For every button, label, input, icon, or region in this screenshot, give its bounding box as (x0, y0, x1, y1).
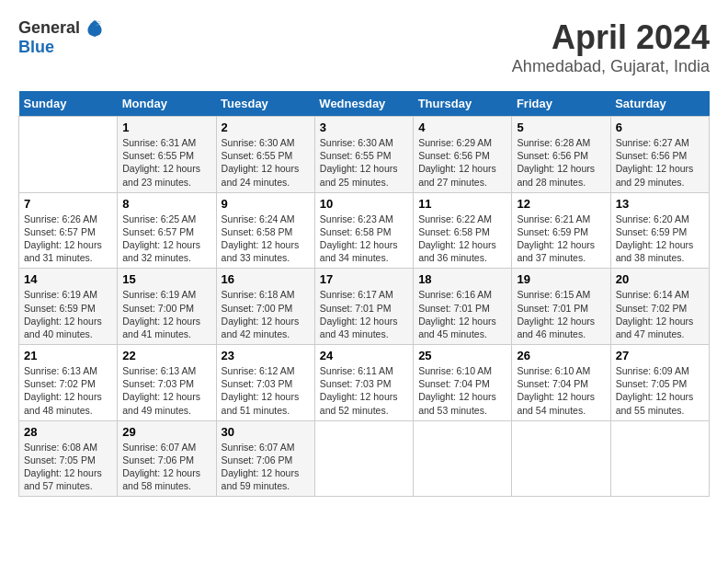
header-cell-thursday: Thursday (414, 91, 512, 117)
day-number: 7 (24, 197, 112, 211)
header: General Blue April 2024 Ahmedabad, Gujar… (18, 18, 710, 76)
day-cell: 5Sunrise: 6:28 AMSunset: 6:56 PMDaylight… (512, 117, 610, 193)
title-area: April 2024 Ahmedabad, Gujarat, India (512, 18, 710, 76)
day-details: Sunrise: 6:13 AMSunset: 7:03 PMDaylight:… (122, 364, 210, 417)
day-cell (414, 420, 512, 497)
day-details: Sunrise: 6:25 AMSunset: 6:57 PMDaylight:… (122, 213, 210, 265)
week-row-4: 21Sunrise: 6:13 AMSunset: 7:02 PMDayligh… (19, 345, 710, 421)
day-details: Sunrise: 6:11 AMSunset: 7:03 PMDaylight:… (320, 364, 408, 417)
day-details: Sunrise: 6:30 AMSunset: 6:55 PMDaylight:… (222, 136, 310, 189)
logo-line2: Blue (18, 39, 103, 57)
day-cell: 12Sunrise: 6:21 AMSunset: 6:59 PMDayligh… (512, 192, 610, 269)
day-details: Sunrise: 6:14 AMSunset: 7:02 PMDaylight:… (616, 288, 704, 340)
day-number: 19 (517, 272, 605, 286)
day-cell: 11Sunrise: 6:22 AMSunset: 6:58 PMDayligh… (414, 192, 512, 269)
day-cell (610, 420, 709, 497)
day-details: Sunrise: 6:07 AMSunset: 7:06 PMDaylight:… (122, 441, 210, 493)
day-details: Sunrise: 6:13 AMSunset: 7:02 PMDaylight:… (24, 364, 112, 417)
day-cell: 20Sunrise: 6:14 AMSunset: 7:02 PMDayligh… (610, 269, 709, 345)
day-cell: 2Sunrise: 6:30 AMSunset: 6:55 PMDaylight… (216, 117, 314, 193)
day-number: 30 (222, 425, 310, 439)
header-cell-monday: Monday (118, 91, 216, 117)
day-number: 3 (320, 121, 408, 134)
week-row-1: 1Sunrise: 6:31 AMSunset: 6:55 PMDaylight… (19, 117, 710, 193)
day-number: 21 (24, 349, 112, 362)
day-cell: 17Sunrise: 6:17 AMSunset: 7:01 PMDayligh… (314, 269, 413, 345)
day-number: 24 (320, 349, 408, 362)
day-cell (512, 420, 610, 497)
day-details: Sunrise: 6:16 AMSunset: 7:01 PMDaylight:… (418, 288, 506, 340)
header-cell-wednesday: Wednesday (314, 91, 413, 117)
day-number: 18 (418, 272, 506, 286)
day-cell: 29Sunrise: 6:07 AMSunset: 7:06 PMDayligh… (118, 420, 216, 497)
day-details: Sunrise: 6:07 AMSunset: 7:06 PMDaylight:… (222, 441, 310, 493)
week-row-3: 14Sunrise: 6:19 AMSunset: 6:59 PMDayligh… (19, 269, 710, 345)
calendar-header: SundayMondayTuesdayWednesdayThursdayFrid… (19, 91, 710, 117)
day-details: Sunrise: 6:12 AMSunset: 7:03 PMDaylight:… (222, 364, 310, 417)
calendar-body: 1Sunrise: 6:31 AMSunset: 6:55 PMDaylight… (19, 117, 710, 497)
day-details: Sunrise: 6:29 AMSunset: 6:56 PMDaylight:… (418, 136, 506, 189)
day-details: Sunrise: 6:08 AMSunset: 7:05 PMDaylight:… (24, 441, 112, 493)
day-number: 16 (222, 272, 310, 286)
header-cell-saturday: Saturday (610, 91, 709, 117)
day-details: Sunrise: 6:10 AMSunset: 7:04 PMDaylight:… (418, 364, 506, 417)
day-cell: 13Sunrise: 6:20 AMSunset: 6:59 PMDayligh… (610, 192, 709, 269)
day-cell: 3Sunrise: 6:30 AMSunset: 6:55 PMDaylight… (314, 117, 413, 193)
day-number: 29 (122, 425, 210, 439)
day-cell: 26Sunrise: 6:10 AMSunset: 7:04 PMDayligh… (512, 345, 610, 421)
day-cell: 19Sunrise: 6:15 AMSunset: 7:01 PMDayligh… (512, 269, 610, 345)
day-cell: 1Sunrise: 6:31 AMSunset: 6:55 PMDaylight… (118, 117, 216, 193)
day-details: Sunrise: 6:19 AMSunset: 6:59 PMDaylight:… (24, 288, 112, 340)
day-cell: 14Sunrise: 6:19 AMSunset: 6:59 PMDayligh… (19, 269, 118, 345)
header-cell-friday: Friday (512, 91, 610, 117)
day-details: Sunrise: 6:18 AMSunset: 7:00 PMDaylight:… (222, 288, 310, 340)
day-details: Sunrise: 6:21 AMSunset: 6:59 PMDaylight:… (517, 213, 605, 265)
day-cell: 6Sunrise: 6:27 AMSunset: 6:56 PMDaylight… (610, 117, 709, 193)
day-details: Sunrise: 6:30 AMSunset: 6:55 PMDaylight:… (320, 136, 408, 189)
day-cell: 18Sunrise: 6:16 AMSunset: 7:01 PMDayligh… (414, 269, 512, 345)
day-cell (19, 117, 118, 193)
day-details: Sunrise: 6:24 AMSunset: 6:58 PMDaylight:… (222, 213, 310, 265)
day-details: Sunrise: 6:19 AMSunset: 7:00 PMDaylight:… (122, 288, 210, 340)
day-cell: 15Sunrise: 6:19 AMSunset: 7:00 PMDayligh… (118, 269, 216, 345)
day-number: 2 (222, 121, 310, 134)
day-number: 14 (24, 272, 112, 286)
day-number: 17 (320, 272, 408, 286)
day-details: Sunrise: 6:15 AMSunset: 7:01 PMDaylight:… (517, 288, 605, 340)
day-number: 4 (418, 121, 506, 134)
day-number: 20 (616, 272, 704, 286)
day-number: 25 (418, 349, 506, 362)
calendar-table: SundayMondayTuesdayWednesdayThursdayFrid… (18, 91, 710, 497)
day-number: 1 (122, 121, 210, 134)
day-cell: 27Sunrise: 6:09 AMSunset: 7:05 PMDayligh… (610, 345, 709, 421)
logo-bird-icon (86, 18, 103, 39)
day-cell: 22Sunrise: 6:13 AMSunset: 7:03 PMDayligh… (118, 345, 216, 421)
day-number: 8 (122, 197, 210, 211)
day-cell: 30Sunrise: 6:07 AMSunset: 7:06 PMDayligh… (216, 420, 314, 497)
day-cell (314, 420, 413, 497)
week-row-2: 7Sunrise: 6:26 AMSunset: 6:57 PMDaylight… (19, 192, 710, 269)
day-number: 9 (222, 197, 310, 211)
day-details: Sunrise: 6:20 AMSunset: 6:59 PMDaylight:… (616, 213, 704, 265)
day-number: 6 (616, 121, 704, 134)
logo-line1: General (18, 18, 103, 39)
header-row: SundayMondayTuesdayWednesdayThursdayFrid… (19, 91, 710, 117)
day-cell: 10Sunrise: 6:23 AMSunset: 6:58 PMDayligh… (314, 192, 413, 269)
day-number: 10 (320, 197, 408, 211)
logo: General Blue (18, 18, 103, 57)
day-number: 12 (517, 197, 605, 211)
day-details: Sunrise: 6:09 AMSunset: 7:05 PMDaylight:… (616, 364, 704, 417)
day-cell: 4Sunrise: 6:29 AMSunset: 6:56 PMDaylight… (414, 117, 512, 193)
day-details: Sunrise: 6:17 AMSunset: 7:01 PMDaylight:… (320, 288, 408, 340)
day-details: Sunrise: 6:28 AMSunset: 6:56 PMDaylight:… (517, 136, 605, 189)
day-number: 13 (616, 197, 704, 211)
day-details: Sunrise: 6:27 AMSunset: 6:56 PMDaylight:… (616, 136, 704, 189)
day-number: 15 (122, 272, 210, 286)
day-cell: 16Sunrise: 6:18 AMSunset: 7:00 PMDayligh… (216, 269, 314, 345)
day-number: 23 (222, 349, 310, 362)
day-cell: 23Sunrise: 6:12 AMSunset: 7:03 PMDayligh… (216, 345, 314, 421)
day-cell: 21Sunrise: 6:13 AMSunset: 7:02 PMDayligh… (19, 345, 118, 421)
day-number: 22 (122, 349, 210, 362)
day-details: Sunrise: 6:26 AMSunset: 6:57 PMDaylight:… (24, 213, 112, 265)
day-cell: 24Sunrise: 6:11 AMSunset: 7:03 PMDayligh… (314, 345, 413, 421)
